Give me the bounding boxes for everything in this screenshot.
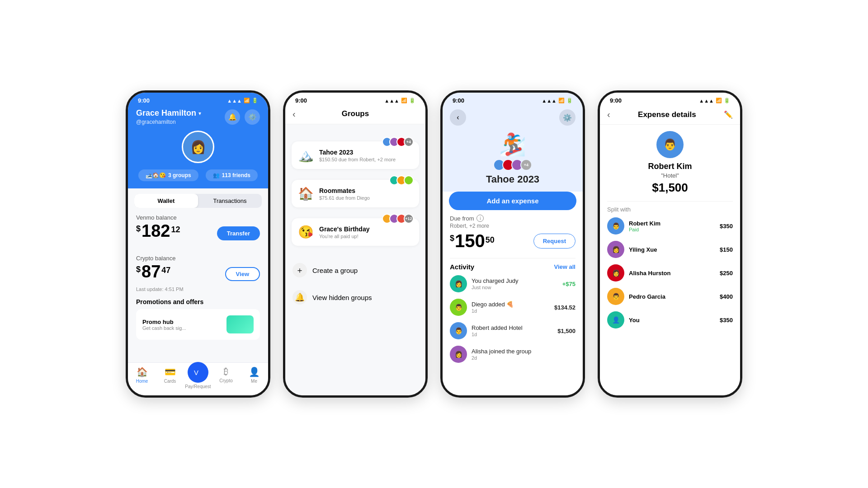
hidden-groups-row[interactable]: 🔔 View hidden groups (285, 284, 425, 311)
status-time-1: 9:00 (138, 97, 150, 104)
tahoe-count: +4 (404, 137, 414, 147)
promo-hub-label: Promo hub (142, 319, 186, 325)
edit-icon[interactable]: ✏️ (724, 110, 733, 119)
split-section: Split with 👨 Robert Kim Paid $350 👩 Yili… (600, 206, 740, 328)
wallet-tab[interactable]: Wallet (134, 194, 198, 208)
phone3-hero: 🏂 +4 Tahoe 2023 (443, 132, 583, 192)
split-av3: 👨 (607, 288, 624, 305)
group-item-birthday[interactable]: +12 😘 Grace's Birthday You're all paid u… (292, 218, 419, 246)
phones-container: 9:00 ▲▲▲ 📶 🔋 Grace Hamilton ▾ @gracehami… (126, 90, 742, 398)
split-label: Split with (607, 206, 733, 213)
status-icons-1: ▲▲▲ 📶 🔋 (227, 98, 258, 103)
groups-btn[interactable]: 🎿🏠😘 3 groups (138, 169, 198, 181)
expense-amount: $1,500 (652, 181, 688, 195)
status-bar-3: 9:00 ▲▲▲ 📶 🔋 (443, 93, 583, 106)
phone4-header: ‹ Expense details ✏️ (600, 106, 740, 125)
crypto-balance-section: Crypto balance $ 87 47 View Last update:… (128, 249, 268, 292)
due-amount-row: $ 150 50 Request (450, 232, 576, 250)
avatar-section: 👩 ▦ (136, 131, 260, 163)
nav-crypto[interactable]: ₿ Crypto (212, 366, 240, 389)
user-row: Grace Hamilton ▾ @gracehamilton 🔔 ⚙️ (136, 108, 260, 125)
wifi-icon-3: 📶 (558, 98, 565, 103)
friends-btn[interactable]: 👥 113 friends (206, 169, 258, 181)
view-all-btn[interactable]: View all (554, 263, 576, 270)
status-bar-1: 9:00 ▲▲▲ 📶 🔋 (128, 93, 268, 106)
back-button-4[interactable]: ‹ (607, 109, 610, 120)
crypto-main: 87 (142, 263, 160, 280)
status-time-2: 9:00 (295, 97, 307, 104)
phone2-header: ‹ Groups (285, 106, 425, 124)
user-handle: @gracehamilton (136, 119, 201, 125)
due-from-name: Robert, +2 more (450, 223, 576, 229)
tahoe-name: Tahoe 2023 (319, 149, 413, 156)
activity-item-0: 👩 You charged Judy Just now +$75 (450, 275, 576, 292)
activity-amount-2: $1,500 (557, 328, 576, 334)
battery-icon-2: 🔋 (409, 98, 415, 103)
request-button[interactable]: Request (533, 234, 576, 249)
activity-time-1: 1d (472, 308, 550, 314)
birthday-emoji: 😘 (298, 225, 314, 239)
divider-4 (607, 201, 733, 202)
activity-av2: 👨 (450, 322, 467, 339)
activity-av0: 👩 (450, 275, 467, 292)
roommates-info: Roommates $75.61 due from Diego (319, 187, 413, 201)
groups-title: Groups (342, 109, 369, 118)
venmo-dollar: $ (136, 224, 141, 234)
social-row: 🎿🏠😘 3 groups 👥 113 friends (136, 169, 260, 181)
signal-icon-3: ▲▲▲ (542, 98, 557, 103)
me-icon: 👤 (249, 366, 260, 377)
hero-title: Tahoe 2023 (486, 174, 539, 185)
birthday-name: Grace's Birthday (319, 225, 413, 233)
venmo-cents: 12 (171, 225, 180, 235)
activity-time-2: 1d (472, 332, 553, 337)
back-button-2[interactable]: ‹ (292, 109, 296, 119)
group-item-roommates[interactable]: 🏠 Roommates $75.61 due from Diego (292, 180, 419, 207)
plus-icon: ＋ (292, 263, 307, 277)
venmo-balance-section: Venmo balance $ 182 12 Transfer (128, 208, 268, 244)
transactions-tab[interactable]: Transactions (198, 194, 262, 208)
activity-main-1: Diego added 🍕 (472, 301, 550, 308)
activity-main-0: You charged Judy (472, 277, 558, 284)
nav-pay[interactable]: V Pay/Request (184, 366, 212, 389)
hero-emoji: 🏂 (499, 132, 526, 157)
activity-item-2: 👨 Robert added Hotel 1d $1,500 (450, 322, 576, 339)
activity-time-3: 2d (472, 355, 571, 361)
promo-card[interactable]: Promo hub Get cash back sig... (136, 309, 260, 340)
split-item-3: 👨 Pedro Garcia $400 (607, 288, 733, 305)
settings-icon-btn[interactable]: ⚙️ (245, 109, 260, 125)
status-icons-4: ▲▲▲ 📶 🔋 (699, 98, 730, 103)
user-name: Grace Hamilton (136, 108, 196, 118)
due-section: Due from i Robert, +2 more $ 150 50 Requ… (443, 215, 583, 253)
tahoe-avatars: +4 (382, 137, 414, 147)
nav-me[interactable]: 👤 Me (240, 366, 268, 389)
split-info-3: Pedro Garcia (629, 293, 715, 300)
split-name-4: You (629, 317, 715, 324)
info-icon[interactable]: i (476, 215, 484, 222)
notification-icon-btn[interactable]: 🔔 (225, 109, 240, 125)
venmo-balance-row: $ 182 12 Transfer (136, 222, 260, 244)
split-name-2: Alisha Hurston (629, 270, 715, 277)
status-bar-2: 9:00 ▲▲▲ 📶 🔋 (285, 93, 425, 106)
wifi-icon-4: 📶 (716, 98, 722, 103)
settings-button-3[interactable]: ⚙️ (559, 109, 576, 126)
status-icons-3: ▲▲▲ 📶 🔋 (542, 98, 573, 103)
divider-3 (450, 258, 576, 258)
qr-badge: ▦ (208, 157, 214, 163)
activity-main-2: Robert added Hotel (472, 324, 553, 331)
nav-cards[interactable]: 💳 Cards (156, 366, 184, 389)
nav-home[interactable]: 🏠 Home (128, 366, 156, 389)
chevron-icon: ▾ (198, 110, 201, 117)
tahoe-sub: $150.50 due from Robert, +2 more (319, 157, 413, 162)
back-button-3[interactable]: ‹ (450, 109, 466, 126)
view-button[interactable]: View (225, 267, 260, 281)
activity-item-1: 👨 Diego added 🍕 1d $134.52 (450, 299, 576, 316)
split-av2: 👩 (607, 264, 624, 282)
activity-title: Activity (450, 263, 474, 271)
phone3-body: Add an expense Due from i Robert, +2 mor… (443, 192, 583, 395)
group-item-tahoe[interactable]: +4 🏔️ Tahoe 2023 $150.50 due from Robert… (292, 141, 419, 169)
transfer-button[interactable]: Transfer (217, 226, 260, 240)
add-expense-button[interactable]: Add an expense (449, 192, 576, 210)
last-update: Last update: 4:51 PM (136, 286, 260, 292)
create-group-row[interactable]: ＋ Create a group (285, 257, 425, 284)
pay-icon: V (188, 362, 208, 383)
